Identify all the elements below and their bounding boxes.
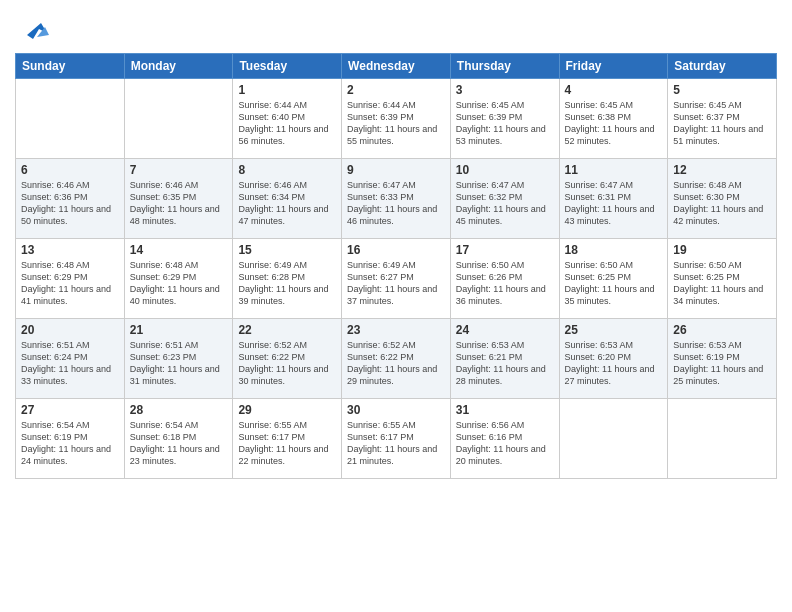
day-number: 19 — [673, 243, 771, 257]
calendar-cell: 24Sunrise: 6:53 AM Sunset: 6:21 PM Dayli… — [450, 319, 559, 399]
day-info: Sunrise: 6:45 AM Sunset: 6:39 PM Dayligh… — [456, 99, 554, 148]
calendar-cell: 11Sunrise: 6:47 AM Sunset: 6:31 PM Dayli… — [559, 159, 668, 239]
day-info: Sunrise: 6:55 AM Sunset: 6:17 PM Dayligh… — [347, 419, 445, 468]
calendar-cell: 23Sunrise: 6:52 AM Sunset: 6:22 PM Dayli… — [342, 319, 451, 399]
day-number: 1 — [238, 83, 336, 97]
day-number: 14 — [130, 243, 228, 257]
day-number: 20 — [21, 323, 119, 337]
day-info: Sunrise: 6:46 AM Sunset: 6:34 PM Dayligh… — [238, 179, 336, 228]
day-number: 26 — [673, 323, 771, 337]
calendar-cell: 21Sunrise: 6:51 AM Sunset: 6:23 PM Dayli… — [124, 319, 233, 399]
logo-text — [15, 15, 49, 45]
weekday-header-sunday: Sunday — [16, 54, 125, 79]
calendar-cell: 16Sunrise: 6:49 AM Sunset: 6:27 PM Dayli… — [342, 239, 451, 319]
day-info: Sunrise: 6:54 AM Sunset: 6:18 PM Dayligh… — [130, 419, 228, 468]
calendar-cell: 13Sunrise: 6:48 AM Sunset: 6:29 PM Dayli… — [16, 239, 125, 319]
logo — [15, 15, 49, 45]
day-info: Sunrise: 6:50 AM Sunset: 6:25 PM Dayligh… — [673, 259, 771, 308]
week-row-5: 27Sunrise: 6:54 AM Sunset: 6:19 PM Dayli… — [16, 399, 777, 479]
day-info: Sunrise: 6:54 AM Sunset: 6:19 PM Dayligh… — [21, 419, 119, 468]
calendar-cell: 6Sunrise: 6:46 AM Sunset: 6:36 PM Daylig… — [16, 159, 125, 239]
calendar-cell: 12Sunrise: 6:48 AM Sunset: 6:30 PM Dayli… — [668, 159, 777, 239]
day-info: Sunrise: 6:48 AM Sunset: 6:29 PM Dayligh… — [130, 259, 228, 308]
day-info: Sunrise: 6:44 AM Sunset: 6:40 PM Dayligh… — [238, 99, 336, 148]
day-info: Sunrise: 6:45 AM Sunset: 6:38 PM Dayligh… — [565, 99, 663, 148]
calendar-cell — [559, 399, 668, 479]
day-info: Sunrise: 6:49 AM Sunset: 6:28 PM Dayligh… — [238, 259, 336, 308]
day-info: Sunrise: 6:48 AM Sunset: 6:30 PM Dayligh… — [673, 179, 771, 228]
day-number: 29 — [238, 403, 336, 417]
day-number: 17 — [456, 243, 554, 257]
day-number: 13 — [21, 243, 119, 257]
day-number: 31 — [456, 403, 554, 417]
day-number: 25 — [565, 323, 663, 337]
weekday-header-friday: Friday — [559, 54, 668, 79]
calendar-cell: 22Sunrise: 6:52 AM Sunset: 6:22 PM Dayli… — [233, 319, 342, 399]
day-number: 21 — [130, 323, 228, 337]
day-info: Sunrise: 6:46 AM Sunset: 6:35 PM Dayligh… — [130, 179, 228, 228]
day-info: Sunrise: 6:48 AM Sunset: 6:29 PM Dayligh… — [21, 259, 119, 308]
calendar-cell: 9Sunrise: 6:47 AM Sunset: 6:33 PM Daylig… — [342, 159, 451, 239]
calendar-cell: 20Sunrise: 6:51 AM Sunset: 6:24 PM Dayli… — [16, 319, 125, 399]
day-number: 2 — [347, 83, 445, 97]
day-info: Sunrise: 6:53 AM Sunset: 6:20 PM Dayligh… — [565, 339, 663, 388]
page-header — [15, 10, 777, 45]
day-info: Sunrise: 6:47 AM Sunset: 6:32 PM Dayligh… — [456, 179, 554, 228]
day-info: Sunrise: 6:50 AM Sunset: 6:25 PM Dayligh… — [565, 259, 663, 308]
day-number: 18 — [565, 243, 663, 257]
calendar-cell: 3Sunrise: 6:45 AM Sunset: 6:39 PM Daylig… — [450, 79, 559, 159]
calendar-cell: 17Sunrise: 6:50 AM Sunset: 6:26 PM Dayli… — [450, 239, 559, 319]
calendar-cell: 14Sunrise: 6:48 AM Sunset: 6:29 PM Dayli… — [124, 239, 233, 319]
weekday-header-monday: Monday — [124, 54, 233, 79]
day-info: Sunrise: 6:55 AM Sunset: 6:17 PM Dayligh… — [238, 419, 336, 468]
day-info: Sunrise: 6:53 AM Sunset: 6:21 PM Dayligh… — [456, 339, 554, 388]
day-info: Sunrise: 6:52 AM Sunset: 6:22 PM Dayligh… — [238, 339, 336, 388]
calendar-cell: 7Sunrise: 6:46 AM Sunset: 6:35 PM Daylig… — [124, 159, 233, 239]
calendar-cell: 10Sunrise: 6:47 AM Sunset: 6:32 PM Dayli… — [450, 159, 559, 239]
week-row-4: 20Sunrise: 6:51 AM Sunset: 6:24 PM Dayli… — [16, 319, 777, 399]
calendar-cell: 26Sunrise: 6:53 AM Sunset: 6:19 PM Dayli… — [668, 319, 777, 399]
week-row-1: 1Sunrise: 6:44 AM Sunset: 6:40 PM Daylig… — [16, 79, 777, 159]
calendar-cell: 2Sunrise: 6:44 AM Sunset: 6:39 PM Daylig… — [342, 79, 451, 159]
day-number: 8 — [238, 163, 336, 177]
weekday-header-saturday: Saturday — [668, 54, 777, 79]
day-number: 30 — [347, 403, 445, 417]
day-number: 22 — [238, 323, 336, 337]
calendar-cell: 1Sunrise: 6:44 AM Sunset: 6:40 PM Daylig… — [233, 79, 342, 159]
day-number: 27 — [21, 403, 119, 417]
calendar-cell: 29Sunrise: 6:55 AM Sunset: 6:17 PM Dayli… — [233, 399, 342, 479]
calendar-cell: 15Sunrise: 6:49 AM Sunset: 6:28 PM Dayli… — [233, 239, 342, 319]
day-number: 24 — [456, 323, 554, 337]
weekday-header-row: SundayMondayTuesdayWednesdayThursdayFrid… — [16, 54, 777, 79]
day-number: 4 — [565, 83, 663, 97]
day-number: 11 — [565, 163, 663, 177]
calendar-cell: 5Sunrise: 6:45 AM Sunset: 6:37 PM Daylig… — [668, 79, 777, 159]
calendar-cell: 30Sunrise: 6:55 AM Sunset: 6:17 PM Dayli… — [342, 399, 451, 479]
day-number: 16 — [347, 243, 445, 257]
day-number: 9 — [347, 163, 445, 177]
day-info: Sunrise: 6:53 AM Sunset: 6:19 PM Dayligh… — [673, 339, 771, 388]
calendar-cell: 18Sunrise: 6:50 AM Sunset: 6:25 PM Dayli… — [559, 239, 668, 319]
weekday-header-wednesday: Wednesday — [342, 54, 451, 79]
day-number: 10 — [456, 163, 554, 177]
day-number: 7 — [130, 163, 228, 177]
day-number: 3 — [456, 83, 554, 97]
calendar-cell: 28Sunrise: 6:54 AM Sunset: 6:18 PM Dayli… — [124, 399, 233, 479]
day-number: 28 — [130, 403, 228, 417]
day-info: Sunrise: 6:47 AM Sunset: 6:31 PM Dayligh… — [565, 179, 663, 228]
weekday-header-tuesday: Tuesday — [233, 54, 342, 79]
logo-icon — [19, 15, 49, 45]
day-number: 23 — [347, 323, 445, 337]
calendar-cell: 8Sunrise: 6:46 AM Sunset: 6:34 PM Daylig… — [233, 159, 342, 239]
week-row-3: 13Sunrise: 6:48 AM Sunset: 6:29 PM Dayli… — [16, 239, 777, 319]
day-info: Sunrise: 6:52 AM Sunset: 6:22 PM Dayligh… — [347, 339, 445, 388]
calendar-cell — [16, 79, 125, 159]
calendar-cell: 25Sunrise: 6:53 AM Sunset: 6:20 PM Dayli… — [559, 319, 668, 399]
calendar-cell: 4Sunrise: 6:45 AM Sunset: 6:38 PM Daylig… — [559, 79, 668, 159]
day-info: Sunrise: 6:56 AM Sunset: 6:16 PM Dayligh… — [456, 419, 554, 468]
weekday-header-thursday: Thursday — [450, 54, 559, 79]
day-info: Sunrise: 6:45 AM Sunset: 6:37 PM Dayligh… — [673, 99, 771, 148]
day-info: Sunrise: 6:51 AM Sunset: 6:24 PM Dayligh… — [21, 339, 119, 388]
calendar-cell: 19Sunrise: 6:50 AM Sunset: 6:25 PM Dayli… — [668, 239, 777, 319]
day-info: Sunrise: 6:46 AM Sunset: 6:36 PM Dayligh… — [21, 179, 119, 228]
